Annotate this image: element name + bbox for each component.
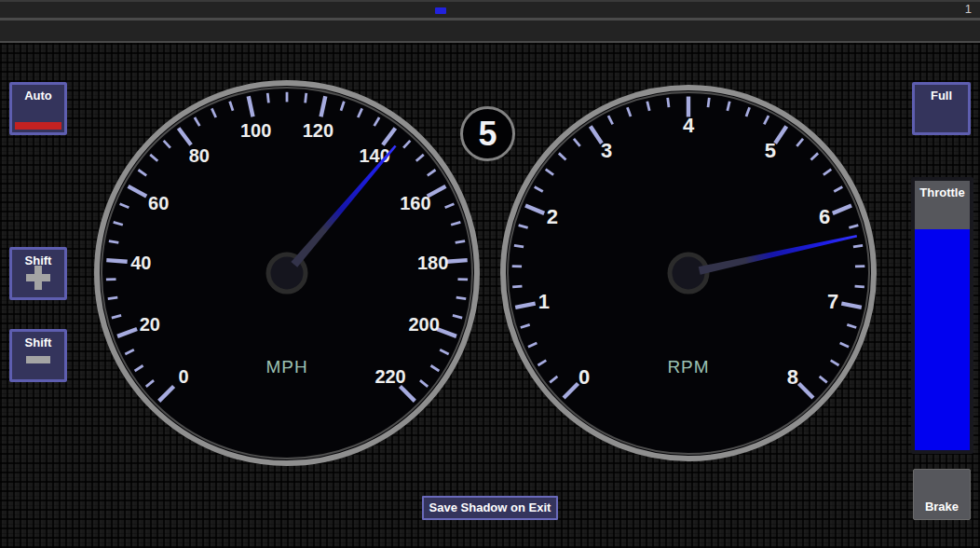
speedometer-gauge: 020406080100120140160180200220 MPH xyxy=(91,77,483,469)
svg-text:MPH: MPH xyxy=(265,357,307,377)
gear-value: 5 xyxy=(478,115,497,154)
svg-text:RPM: RPM xyxy=(667,357,709,377)
auto-button[interactable]: Auto xyxy=(9,82,67,135)
svg-text:200: 200 xyxy=(408,314,439,335)
brake-button-label: Brake xyxy=(914,500,970,514)
shift-down-button[interactable]: Shift xyxy=(9,329,67,382)
throttle-label: Throttle xyxy=(915,185,970,199)
svg-text:4: 4 xyxy=(683,114,695,137)
save-shadow-button[interactable]: Save Shadow on Exit xyxy=(422,496,558,520)
throttle-track: Throttle xyxy=(915,181,970,450)
throttle-slider[interactable]: Throttle xyxy=(911,177,973,454)
svg-text:2: 2 xyxy=(547,205,558,228)
svg-text:7: 7 xyxy=(827,290,838,313)
svg-text:180: 180 xyxy=(417,253,448,273)
svg-text:1: 1 xyxy=(538,290,550,313)
svg-text:8: 8 xyxy=(787,365,798,389)
full-button[interactable]: Full xyxy=(912,82,971,135)
auto-active-indicator xyxy=(15,122,61,130)
status-bar: 1 xyxy=(0,0,980,43)
brake-button[interactable]: Brake xyxy=(913,469,971,520)
throttle-fill-bar xyxy=(915,229,970,450)
svg-text:80: 80 xyxy=(189,145,210,166)
svg-text:20: 20 xyxy=(140,314,160,335)
svg-text:5: 5 xyxy=(765,139,776,162)
save-shadow-button-label: Save Shadow on Exit xyxy=(429,500,551,514)
app-window: 1 Auto Shift Shift 020406 xyxy=(0,0,980,548)
svg-text:3: 3 xyxy=(601,139,612,162)
gear-indicator: 5 xyxy=(460,106,515,161)
tachometer-gauge: 012345678 RPM xyxy=(497,82,879,464)
svg-text:120: 120 xyxy=(303,120,333,141)
status-number: 1 xyxy=(965,3,972,16)
topbar-blue-indicator xyxy=(435,7,446,14)
shift-up-button[interactable]: Shift xyxy=(9,247,67,300)
svg-text:160: 160 xyxy=(400,193,430,213)
svg-text:0: 0 xyxy=(178,366,188,387)
svg-text:40: 40 xyxy=(130,253,151,273)
svg-text:6: 6 xyxy=(819,205,830,228)
svg-text:220: 220 xyxy=(374,366,405,387)
full-button-label: Full xyxy=(915,89,968,103)
svg-text:100: 100 xyxy=(240,120,271,141)
plus-icon xyxy=(26,266,50,290)
svg-text:0: 0 xyxy=(578,365,590,389)
auto-button-label: Auto xyxy=(12,89,64,103)
minus-icon xyxy=(26,348,50,372)
svg-text:60: 60 xyxy=(148,193,169,213)
